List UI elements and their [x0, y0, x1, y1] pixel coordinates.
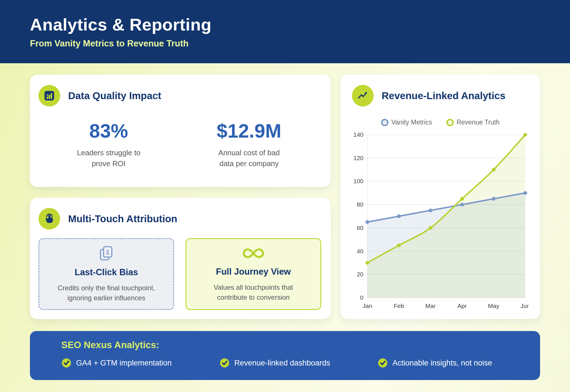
svg-text:Mar: Mar — [426, 303, 436, 309]
banner-item-label: GA4 + GTM implementation — [76, 359, 172, 368]
attribution-card: Multi-Touch Attribution 1 Last-Click Bia… — [30, 198, 331, 319]
check-icon — [378, 358, 388, 368]
trend-up-icon — [352, 85, 374, 107]
page-subtitle: From Vanity Metrics to Revenue Truth — [30, 38, 540, 49]
banner-item: Actionable insights, not noise — [378, 358, 509, 368]
last-click-bias-box: 1 Last-Click Bias Credits only the final… — [38, 238, 174, 310]
check-icon — [219, 358, 230, 368]
full-journey-view-box: Full Journey View Values all touchpoints… — [186, 238, 321, 310]
svg-text:40: 40 — [357, 248, 363, 254]
banner-title: SEO Nexus Analytics: — [61, 340, 509, 350]
data-quality-card: Data Quality Impact 83% Leaders struggle… — [30, 75, 331, 187]
stat-cost: $12.9M Annual cost of bad data per compa… — [179, 120, 319, 169]
check-icon — [61, 358, 72, 368]
svg-text:120: 120 — [353, 155, 363, 161]
legend-ring-icon — [446, 119, 454, 126]
stat-value: 83% — [38, 120, 179, 142]
svg-text:100: 100 — [353, 178, 363, 184]
data-quality-card-header: Data Quality Impact — [38, 85, 319, 107]
banner-item-label: Actionable insights, not noise — [392, 359, 492, 368]
legend-item: Vanity Metrics — [381, 119, 432, 126]
svg-text:20: 20 — [357, 271, 363, 277]
tap-icon — [38, 208, 60, 230]
box-description: Values all touchpoints that contribute t… — [198, 283, 308, 303]
svg-text:140: 140 — [353, 131, 363, 138]
svg-text:Apr: Apr — [457, 303, 467, 309]
banner-items: GA4 + GTM implementationRevenue-linked d… — [61, 358, 509, 368]
stat-roi: 83% Leaders struggle to prove ROI — [38, 120, 179, 169]
attribution-card-header: Multi-Touch Attribution — [38, 208, 321, 230]
legend-ring-icon — [381, 119, 388, 126]
line-chart: 020406080100120140JanFebMarAprMayJun — [352, 131, 529, 313]
svg-text:80: 80 — [357, 201, 363, 208]
svg-text:Jun: Jun — [520, 303, 529, 309]
stat-label: Leaders struggle to prove ROI — [71, 148, 146, 169]
stat-label: Annual cost of bad data per company — [211, 148, 287, 169]
footer-banner: SEO Nexus Analytics: GA4 + GTM implement… — [30, 331, 540, 380]
banner-item: GA4 + GTM implementation — [61, 358, 219, 368]
card-title: Data Quality Impact — [68, 90, 161, 101]
attribution-boxes: 1 Last-Click Bias Credits only the final… — [38, 238, 321, 310]
card-title: Multi-Touch Attribution — [68, 213, 177, 224]
chart-legend: Vanity MetricsRevenue Truth — [381, 119, 500, 126]
legend-label: Vanity Metrics — [391, 119, 432, 126]
svg-text:60: 60 — [357, 224, 363, 231]
legend-item: Revenue Truth — [446, 119, 500, 126]
box-description: Credits only the final touchpoint, ignor… — [51, 283, 161, 303]
svg-text:Jan: Jan — [363, 303, 372, 309]
svg-text:0: 0 — [360, 294, 363, 301]
main-content: Data Quality Impact 83% Leaders struggle… — [30, 75, 540, 319]
pages-icon: 1 — [98, 245, 115, 262]
chart-card-header: Revenue-Linked Analytics — [352, 85, 529, 107]
box-title: Full Journey View — [216, 267, 291, 277]
svg-text:Feb: Feb — [394, 303, 404, 309]
card-title: Revenue-Linked Analytics — [382, 90, 505, 101]
stat-value: $12.9M — [179, 120, 319, 142]
bar-chart-icon — [38, 85, 60, 107]
page-title: Analytics & Reporting — [30, 15, 540, 34]
page-header: Analytics & Reporting From Vanity Metric… — [0, 0, 570, 63]
banner-item: Revenue-linked dashboards — [219, 358, 378, 368]
stats-row: 83% Leaders struggle to prove ROI $12.9M… — [38, 120, 319, 169]
infinity-icon — [240, 246, 267, 261]
svg-text:May: May — [488, 303, 499, 309]
pages-icon-badge: 1 — [106, 248, 109, 256]
legend-label: Revenue Truth — [457, 119, 500, 126]
banner-item-label: Revenue-linked dashboards — [234, 359, 330, 368]
chart-card: Revenue-Linked Analytics Vanity MetricsR… — [341, 75, 540, 319]
left-column: Data Quality Impact 83% Leaders struggle… — [30, 75, 331, 319]
box-title: Last-Click Bias — [75, 267, 138, 277]
